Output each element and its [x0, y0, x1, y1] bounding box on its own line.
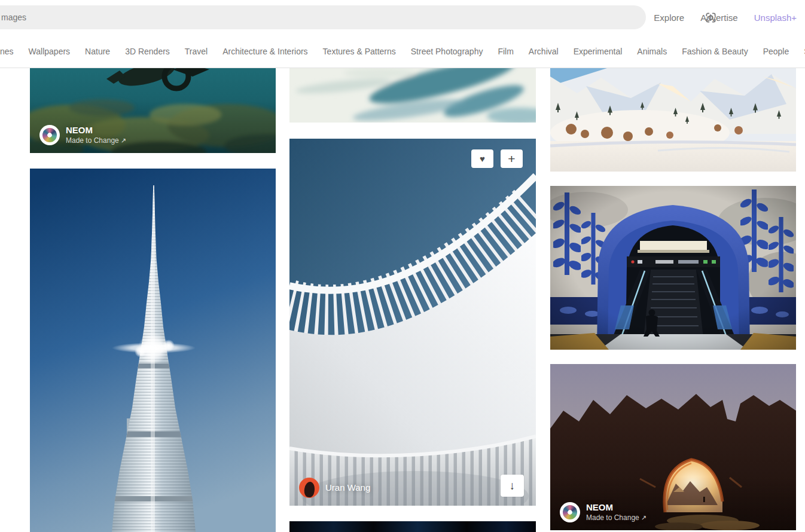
category-archival[interactable]: Archival	[529, 47, 559, 56]
category-animals[interactable]: Animals	[637, 47, 667, 56]
railing-photo-art	[289, 139, 536, 506]
external-link-icon: ↗	[641, 514, 647, 521]
nav-link-advertise[interactable]: Advertise	[700, 13, 738, 23]
photo-snowy-mountains[interactable]	[550, 68, 796, 172]
photo-credit[interactable]: NEOM Made to Change↗	[560, 502, 647, 522]
category-experimental[interactable]: Experimental	[574, 47, 623, 56]
site-header: mages ExploreAdvertiseUnsplash+	[0, 0, 805, 35]
credit-name[interactable]: NEOM	[586, 502, 647, 513]
credit-name[interactable]: NEOM	[66, 125, 126, 136]
category-street-photography[interactable]: Street Photography	[411, 47, 483, 56]
download-button[interactable]: ↓	[501, 475, 524, 497]
photo-grid: NEOM Made to Change↗	[0, 0, 805, 532]
photo-dark-stage[interactable]	[289, 521, 536, 532]
add-to-collection-button[interactable]: +	[501, 149, 523, 168]
nav-link-unsplash[interactable]: Unsplash+	[754, 13, 797, 23]
category-wallpapers[interactable]: Wallpapers	[29, 47, 71, 56]
neom-avatar[interactable]	[560, 502, 580, 522]
neom-avatar[interactable]	[39, 125, 60, 145]
credit-name[interactable]: Uran Wang	[325, 482, 370, 494]
nav-link-explore[interactable]: Explore	[654, 13, 684, 23]
category-film[interactable]: Film	[498, 47, 513, 56]
photo-burj-khalifa[interactable]	[30, 169, 276, 532]
search-input-text: mages	[1, 5, 26, 29]
ice-photo-art	[289, 68, 536, 123]
top-nav: ExploreAdvertiseUnsplash+	[654, 0, 797, 35]
category-fashion-beauty[interactable]: Fashion & Beauty	[682, 47, 748, 56]
credit-subtitle[interactable]: Made to Change↗	[586, 513, 647, 522]
photo-curved-railing[interactable]: ♥ + ↓ Uran Wang	[289, 139, 536, 506]
photo-credit[interactable]: NEOM Made to Change↗	[39, 125, 126, 145]
external-link-icon: ↗	[121, 137, 126, 144]
photo-credit[interactable]: Uran Wang	[299, 478, 370, 498]
category-people[interactable]: People	[763, 47, 789, 56]
like-button[interactable]: ♥	[471, 149, 493, 168]
category-3d-renders[interactable]: 3D Renders	[125, 47, 170, 56]
uran-wang-avatar[interactable]	[299, 478, 319, 498]
search-input[interactable]: mages	[0, 5, 646, 29]
category-textures-patterns[interactable]: Textures & Patterns	[323, 47, 396, 56]
snow-photo-art	[550, 68, 796, 172]
category-nav: nesWallpapersNature3D RendersTravelArchi…	[0, 35, 805, 68]
category-nes[interactable]: nes	[0, 47, 14, 56]
photo-desert-arch[interactable]: NEOM Made to Change↗	[550, 364, 796, 530]
category-travel[interactable]: Travel	[185, 47, 208, 56]
tower-photo-art	[30, 169, 276, 532]
credit-subtitle[interactable]: Made to Change↗	[66, 136, 126, 145]
photo-ice-aerial[interactable]	[289, 68, 536, 123]
metro-photo-art	[550, 186, 796, 350]
category-nature[interactable]: Nature	[85, 47, 110, 56]
photo-metro-station[interactable]	[550, 186, 796, 350]
category-architecture-interiors[interactable]: Architecture & Interiors	[222, 47, 307, 56]
photo-underwater-diver[interactable]: NEOM Made to Change↗	[30, 68, 276, 153]
